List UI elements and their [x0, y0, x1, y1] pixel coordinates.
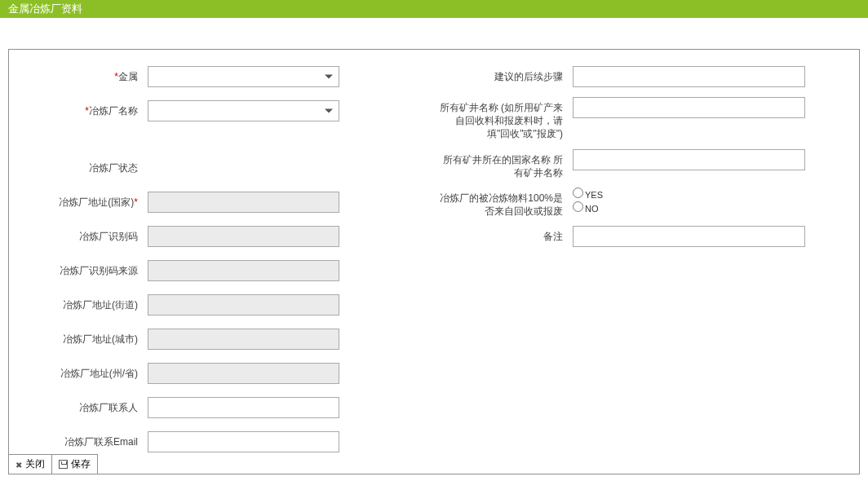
- next-steps-input[interactable]: [573, 66, 805, 87]
- recycled-yes-radio[interactable]: [573, 188, 583, 198]
- street-input[interactable]: [148, 294, 339, 316]
- label-street: 冶炼厂地址(街道): [17, 294, 148, 311]
- city-input[interactable]: [148, 329, 339, 350]
- label-id-source: 冶炼厂识别码来源: [17, 260, 148, 277]
- save-button[interactable]: 保存: [51, 454, 98, 474]
- form-panel: *金属 *冶炼厂名称: [8, 49, 860, 474]
- label-mine-countries: 所有矿井所在的国家名称 所有矿井名称: [434, 149, 573, 179]
- metal-select[interactable]: [148, 66, 339, 87]
- label-smelter-name: *冶炼厂名称: [17, 100, 148, 117]
- panel-title: 金属冶炼厂资料: [8, 2, 82, 15]
- save-button-label: 保存: [71, 457, 91, 471]
- label-country: 冶炼厂地址(国家)*: [17, 192, 148, 209]
- label-status: 冶炼厂状态: [17, 157, 148, 174]
- label-identifier: 冶炼厂识别码: [17, 226, 148, 243]
- close-button-label: 关闭: [25, 457, 45, 471]
- mine-countries-input[interactable]: [573, 149, 805, 170]
- label-next-steps: 建议的后续步骤: [434, 66, 573, 83]
- recycled-no-radio[interactable]: [573, 201, 583, 212]
- save-icon: [59, 460, 68, 469]
- recycled-no-option[interactable]: NO: [573, 201, 805, 215]
- identifier-input[interactable]: [148, 226, 339, 247]
- label-metal: *金属: [17, 66, 148, 83]
- close-icon: [16, 459, 22, 470]
- label-city: 冶炼厂地址(城市): [17, 329, 148, 346]
- country-input[interactable]: [148, 192, 339, 213]
- recycled-yes-option[interactable]: YES: [573, 188, 805, 201]
- label-remark: 备注: [434, 226, 573, 243]
- label-contact: 冶炼厂联系人: [17, 397, 148, 414]
- mine-names-input[interactable]: [573, 97, 805, 118]
- panel-header: 金属冶炼厂资料: [0, 0, 868, 18]
- label-mine-names: 所有矿井名称 (如所用矿产来自回收料和报废料时，请填"回收"或"报废"): [434, 97, 573, 141]
- label-email: 冶炼厂联系Email: [17, 431, 148, 448]
- close-button[interactable]: 关闭: [8, 454, 51, 474]
- smelter-name-select[interactable]: [148, 100, 339, 121]
- label-state: 冶炼厂地址(州/省): [17, 363, 148, 380]
- remark-input[interactable]: [573, 226, 805, 247]
- email-input[interactable]: [148, 431, 339, 452]
- state-input[interactable]: [148, 363, 339, 384]
- label-recycled: 冶炼厂的被冶炼物料100%是否来自回收或报废: [434, 188, 573, 218]
- contact-input[interactable]: [148, 397, 339, 418]
- id-source-input[interactable]: [148, 260, 339, 281]
